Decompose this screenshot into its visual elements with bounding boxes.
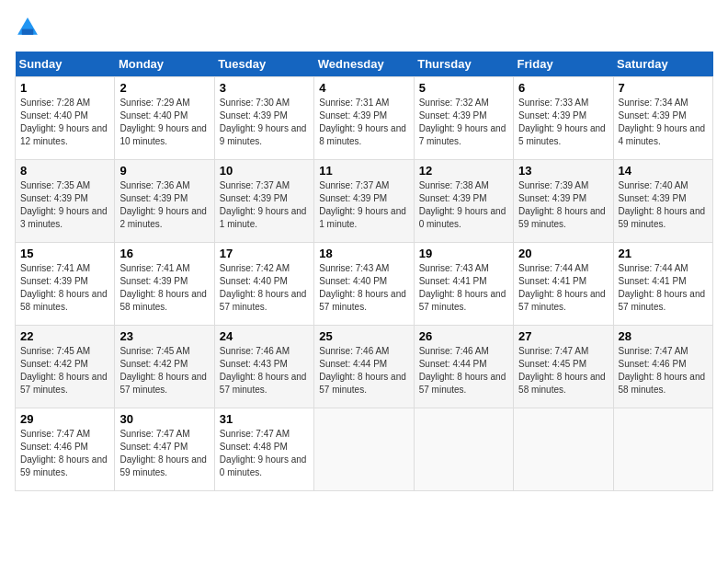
day-info: Sunrise: 7:28 AM Sunset: 4:40 PM Dayligh… (20, 97, 109, 148)
day-info: Sunrise: 7:43 AM Sunset: 4:40 PM Dayligh… (319, 262, 408, 314)
calendar-cell: 16 Sunrise: 7:41 AM Sunset: 4:39 PM Dayl… (115, 243, 214, 326)
day-number: 8 (20, 164, 109, 178)
calendar-cell: 10 Sunrise: 7:37 AM Sunset: 4:39 PM Dayl… (214, 160, 313, 243)
calendar-cell: 8 Sunrise: 7:35 AM Sunset: 4:39 PM Dayli… (16, 160, 115, 243)
day-number: 25 (319, 329, 408, 343)
day-info: Sunrise: 7:37 AM Sunset: 4:39 PM Dayligh… (319, 179, 408, 231)
day-info: Sunrise: 7:45 AM Sunset: 4:42 PM Dayligh… (20, 345, 109, 396)
calendar-cell: 11 Sunrise: 7:37 AM Sunset: 4:39 PM Dayl… (314, 160, 414, 243)
calendar-cell (613, 408, 712, 491)
day-number: 14 (619, 164, 708, 178)
weekday-header: Monday (115, 52, 214, 77)
day-number: 15 (20, 247, 109, 260)
calendar-cell: 9 Sunrise: 7:36 AM Sunset: 4:39 PM Dayli… (115, 160, 214, 243)
calendar-cell: 2 Sunrise: 7:29 AM Sunset: 4:40 PM Dayli… (115, 77, 214, 160)
calendar-cell: 13 Sunrise: 7:39 AM Sunset: 4:39 PM Dayl… (514, 160, 613, 243)
calendar-cell: 18 Sunrise: 7:43 AM Sunset: 4:40 PM Dayl… (314, 243, 414, 326)
day-number: 26 (419, 329, 508, 343)
day-number: 1 (20, 81, 109, 95)
calendar-cell: 17 Sunrise: 7:42 AM Sunset: 4:40 PM Dayl… (214, 243, 313, 326)
day-info: Sunrise: 7:46 AM Sunset: 4:44 PM Dayligh… (319, 345, 408, 396)
calendar-cell: 15 Sunrise: 7:41 AM Sunset: 4:39 PM Dayl… (16, 243, 115, 326)
day-info: Sunrise: 7:33 AM Sunset: 4:39 PM Dayligh… (518, 97, 608, 148)
day-info: Sunrise: 7:32 AM Sunset: 4:39 PM Dayligh… (419, 97, 508, 148)
calendar-cell: 25 Sunrise: 7:46 AM Sunset: 4:44 PM Dayl… (314, 326, 414, 408)
calendar-cell: 5 Sunrise: 7:32 AM Sunset: 4:39 PM Dayli… (414, 77, 513, 160)
header-row: SundayMondayTuesdayWednesdayThursdayFrid… (16, 52, 713, 77)
page-header (15, 15, 713, 40)
calendar-cell: 23 Sunrise: 7:45 AM Sunset: 4:42 PM Dayl… (115, 326, 214, 408)
calendar-cell: 26 Sunrise: 7:46 AM Sunset: 4:44 PM Dayl… (414, 326, 513, 408)
day-number: 22 (20, 329, 109, 343)
day-number: 11 (319, 164, 408, 178)
day-info: Sunrise: 7:46 AM Sunset: 4:44 PM Dayligh… (419, 345, 508, 396)
calendar-cell: 30 Sunrise: 7:47 AM Sunset: 4:47 PM Dayl… (115, 408, 214, 491)
day-number: 6 (518, 81, 608, 95)
calendar-cell: 3 Sunrise: 7:30 AM Sunset: 4:39 PM Dayli… (214, 77, 313, 160)
day-info: Sunrise: 7:30 AM Sunset: 4:39 PM Dayligh… (220, 97, 309, 148)
day-info: Sunrise: 7:47 AM Sunset: 4:47 PM Dayligh… (119, 428, 209, 479)
calendar-week-row: 1 Sunrise: 7:28 AM Sunset: 4:40 PM Dayli… (16, 77, 713, 160)
calendar-cell: 1 Sunrise: 7:28 AM Sunset: 4:40 PM Dayli… (16, 77, 115, 160)
calendar-week-row: 15 Sunrise: 7:41 AM Sunset: 4:39 PM Dayl… (16, 243, 713, 326)
day-info: Sunrise: 7:46 AM Sunset: 4:43 PM Dayligh… (220, 345, 309, 396)
day-number: 20 (518, 247, 608, 260)
day-number: 28 (619, 329, 708, 343)
day-number: 30 (119, 412, 209, 426)
logo (15, 15, 44, 40)
day-number: 17 (220, 247, 309, 260)
day-info: Sunrise: 7:47 AM Sunset: 4:46 PM Dayligh… (20, 428, 109, 479)
weekday-header: Tuesday (214, 52, 313, 77)
calendar-cell: 6 Sunrise: 7:33 AM Sunset: 4:39 PM Dayli… (514, 77, 613, 160)
calendar-cell: 12 Sunrise: 7:38 AM Sunset: 4:39 PM Dayl… (414, 160, 513, 243)
calendar-week-row: 22 Sunrise: 7:45 AM Sunset: 4:42 PM Dayl… (16, 326, 713, 408)
calendar-cell: 19 Sunrise: 7:43 AM Sunset: 4:41 PM Dayl… (414, 243, 513, 326)
day-number: 12 (419, 164, 508, 178)
calendar-cell: 14 Sunrise: 7:40 AM Sunset: 4:39 PM Dayl… (613, 160, 712, 243)
calendar-cell (314, 408, 414, 491)
day-info: Sunrise: 7:36 AM Sunset: 4:39 PM Dayligh… (119, 179, 209, 231)
day-number: 24 (220, 329, 309, 343)
day-info: Sunrise: 7:38 AM Sunset: 4:39 PM Dayligh… (419, 179, 508, 231)
day-info: Sunrise: 7:41 AM Sunset: 4:39 PM Dayligh… (119, 262, 209, 314)
day-number: 5 (419, 81, 508, 95)
day-info: Sunrise: 7:47 AM Sunset: 4:45 PM Dayligh… (518, 345, 608, 396)
day-info: Sunrise: 7:47 AM Sunset: 4:46 PM Dayligh… (619, 345, 708, 396)
day-number: 23 (119, 329, 209, 343)
day-number: 4 (319, 81, 408, 95)
calendar-cell: 24 Sunrise: 7:46 AM Sunset: 4:43 PM Dayl… (214, 326, 313, 408)
day-info: Sunrise: 7:42 AM Sunset: 4:40 PM Dayligh… (220, 262, 309, 314)
day-number: 7 (619, 81, 708, 95)
day-info: Sunrise: 7:41 AM Sunset: 4:39 PM Dayligh… (20, 262, 109, 314)
day-info: Sunrise: 7:35 AM Sunset: 4:39 PM Dayligh… (20, 179, 109, 231)
day-number: 13 (518, 164, 608, 178)
day-info: Sunrise: 7:44 AM Sunset: 4:41 PM Dayligh… (619, 262, 708, 314)
day-number: 16 (119, 247, 209, 260)
calendar-cell (514, 408, 613, 491)
calendar-cell: 28 Sunrise: 7:47 AM Sunset: 4:46 PM Dayl… (613, 326, 712, 408)
calendar-cell (414, 408, 513, 491)
day-info: Sunrise: 7:43 AM Sunset: 4:41 PM Dayligh… (419, 262, 508, 314)
day-number: 18 (319, 247, 408, 260)
day-info: Sunrise: 7:31 AM Sunset: 4:39 PM Dayligh… (319, 97, 408, 148)
calendar-cell: 31 Sunrise: 7:47 AM Sunset: 4:48 PM Dayl… (214, 408, 313, 491)
calendar-cell: 21 Sunrise: 7:44 AM Sunset: 4:41 PM Dayl… (613, 243, 712, 326)
day-info: Sunrise: 7:29 AM Sunset: 4:40 PM Dayligh… (119, 97, 209, 148)
day-info: Sunrise: 7:39 AM Sunset: 4:39 PM Dayligh… (518, 179, 608, 231)
calendar-cell: 27 Sunrise: 7:47 AM Sunset: 4:45 PM Dayl… (514, 326, 613, 408)
weekday-header: Sunday (16, 52, 115, 77)
calendar-week-row: 8 Sunrise: 7:35 AM Sunset: 4:39 PM Dayli… (16, 160, 713, 243)
day-info: Sunrise: 7:47 AM Sunset: 4:48 PM Dayligh… (220, 428, 309, 479)
calendar-cell: 20 Sunrise: 7:44 AM Sunset: 4:41 PM Dayl… (514, 243, 613, 326)
day-number: 27 (518, 329, 608, 343)
day-number: 19 (419, 247, 508, 260)
logo-icon (15, 15, 40, 40)
weekday-header: Thursday (414, 52, 513, 77)
day-number: 10 (220, 164, 309, 178)
day-info: Sunrise: 7:45 AM Sunset: 4:42 PM Dayligh… (119, 345, 209, 396)
weekday-header: Friday (514, 52, 613, 77)
calendar-cell: 7 Sunrise: 7:34 AM Sunset: 4:39 PM Dayli… (613, 77, 712, 160)
svg-rect-1 (22, 29, 33, 35)
day-info: Sunrise: 7:34 AM Sunset: 4:39 PM Dayligh… (619, 97, 708, 148)
calendar-cell: 22 Sunrise: 7:45 AM Sunset: 4:42 PM Dayl… (16, 326, 115, 408)
